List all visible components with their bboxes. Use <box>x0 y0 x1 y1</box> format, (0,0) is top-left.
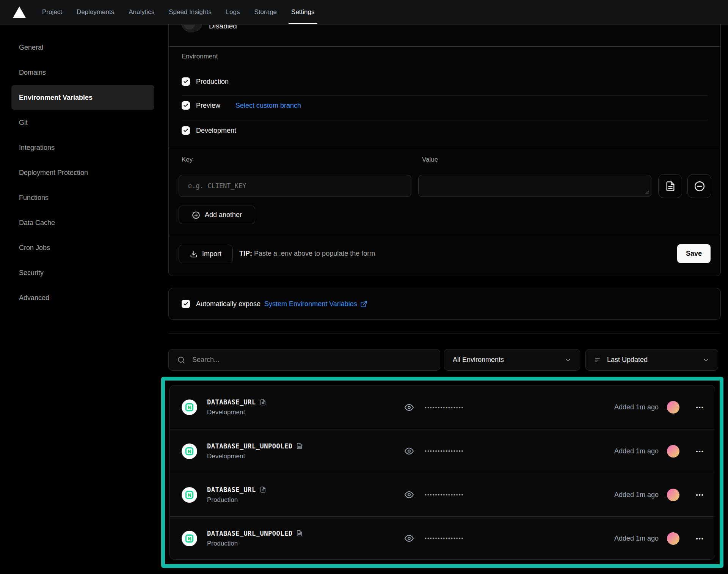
nav-tab-analytics[interactable]: Analytics <box>121 0 162 24</box>
tip-bold: TIP: <box>239 250 252 257</box>
paste-env-file-button[interactable] <box>658 174 682 198</box>
vercel-settings-page: Project Deployments Analytics Speed Insi… <box>0 0 728 574</box>
environment-filter-dropdown[interactable]: All Environments <box>444 349 580 371</box>
preview-checkbox[interactable] <box>182 101 190 110</box>
key-field-label: Key <box>182 156 193 164</box>
added-timestamp: Added 1m ago <box>614 491 659 499</box>
env-variable-row[interactable]: DATABASE_URL_UNPOOLED Development ••••••… <box>170 429 715 473</box>
external-link-icon <box>360 300 367 308</box>
value-input[interactable] <box>418 175 651 197</box>
nav-tab-storage[interactable]: Storage <box>247 0 284 24</box>
plus-circle-icon <box>192 211 200 219</box>
search-input[interactable] <box>192 356 431 364</box>
footer-divider <box>169 235 720 235</box>
sidebar-item-security[interactable]: Security <box>11 260 154 285</box>
env-environment: Production <box>207 540 303 547</box>
neon-logo-icon <box>185 403 194 412</box>
nav-tab-settings[interactable]: Settings <box>284 0 322 24</box>
masked-value: ••••••••••••••• <box>425 404 464 410</box>
env-variable-row[interactable]: DATABASE_URL Development •••••••••••••••… <box>170 385 715 429</box>
minus-circle-icon <box>694 181 705 192</box>
system-env-panel: Automatically expose System Environment … <box>168 288 721 320</box>
user-avatar[interactable] <box>667 445 679 458</box>
eye-icon[interactable] <box>403 403 415 412</box>
sort-dropdown[interactable]: Last Updated <box>585 349 718 371</box>
env-text-block: DATABASE_URL Development <box>207 398 266 416</box>
environment-option-production: Production <box>182 77 229 86</box>
env-key-name: DATABASE_URL <box>207 486 256 494</box>
file-text-icon <box>665 181 676 192</box>
sidebar-item-git[interactable]: Git <box>11 110 154 135</box>
section-divider <box>169 46 720 47</box>
download-icon <box>190 250 198 258</box>
settings-sidebar: General Domains Environment Variables Gi… <box>0 35 165 310</box>
note-icon[interactable] <box>296 443 303 449</box>
preview-label: Preview <box>196 102 220 110</box>
env-variable-row[interactable]: DATABASE_URL_UNPOOLED Production •••••••… <box>170 516 715 560</box>
sidebar-item-integrations[interactable]: Integrations <box>11 135 154 160</box>
nav-tabs: Project Deployments Analytics Speed Insi… <box>35 0 322 24</box>
added-timestamp: Added 1m ago <box>614 447 659 455</box>
env-key-name: DATABASE_URL <box>207 398 256 406</box>
sidebar-item-environment-variables[interactable]: Environment Variables <box>11 85 154 110</box>
auto-expose-checkbox[interactable] <box>182 300 190 308</box>
system-env-variables-link[interactable]: System Environment Variables <box>264 300 367 308</box>
eye-icon[interactable] <box>403 534 415 543</box>
vercel-logo-icon[interactable] <box>13 6 26 18</box>
sidebar-item-data-cache[interactable]: Data Cache <box>11 210 154 235</box>
remove-row-button[interactable] <box>687 174 711 198</box>
row-menu-button[interactable]: ••• <box>696 535 704 542</box>
sidebar-item-cron-jobs[interactable]: Cron Jobs <box>11 235 154 260</box>
sidebar-item-deployment-protection[interactable]: Deployment Protection <box>11 160 154 185</box>
environment-section-label: Environment <box>182 53 218 60</box>
eye-icon[interactable] <box>403 490 415 499</box>
env-key-name: DATABASE_URL_UNPOOLED <box>207 530 292 537</box>
row-menu-button[interactable]: ••• <box>696 492 704 498</box>
select-custom-branch-link[interactable]: Select custom branch <box>235 102 301 110</box>
note-icon[interactable] <box>296 530 303 536</box>
sidebar-item-domains[interactable]: Domains <box>11 60 154 85</box>
neon-integration-icon <box>182 487 197 503</box>
neon-integration-icon <box>182 531 197 546</box>
nav-tab-logs[interactable]: Logs <box>219 0 247 24</box>
row-menu-button[interactable]: ••• <box>696 404 704 410</box>
search-icon <box>177 356 185 364</box>
sort-value: Last Updated <box>607 356 697 364</box>
sidebar-item-advanced[interactable]: Advanced <box>11 285 154 310</box>
save-button[interactable]: Save <box>677 244 711 263</box>
neon-integration-icon <box>182 399 197 415</box>
user-avatar[interactable] <box>667 401 679 414</box>
row-menu-button[interactable]: ••• <box>696 448 704 454</box>
content-divider <box>168 333 721 333</box>
neon-logo-icon <box>185 447 194 456</box>
check-icon <box>183 79 188 84</box>
user-avatar[interactable] <box>667 532 679 545</box>
production-checkbox[interactable] <box>182 77 190 86</box>
env-text-block: DATABASE_URL_UNPOOLED Development <box>207 442 303 460</box>
development-checkbox[interactable] <box>182 126 190 135</box>
search-container <box>168 349 440 371</box>
import-button[interactable]: Import <box>179 245 233 263</box>
note-icon[interactable] <box>260 486 266 493</box>
nav-tab-project[interactable]: Project <box>35 0 69 24</box>
masked-value: ••••••••••••••• <box>425 492 464 498</box>
add-another-button[interactable]: Add another <box>179 206 255 224</box>
nav-tab-deployments[interactable]: Deployments <box>69 0 121 24</box>
sidebar-item-functions[interactable]: Functions <box>11 185 154 210</box>
added-timestamp: Added 1m ago <box>614 535 659 543</box>
neon-logo-icon <box>185 534 194 543</box>
masked-value: ••••••••••••••• <box>425 448 464 454</box>
env-environment: Development <box>207 409 266 416</box>
key-input[interactable] <box>179 175 411 197</box>
resize-handle-icon[interactable] <box>645 190 649 195</box>
user-avatar[interactable] <box>667 489 679 501</box>
note-icon[interactable] <box>260 399 266 406</box>
chevron-down-icon <box>703 357 709 363</box>
eye-icon[interactable] <box>403 447 415 456</box>
sidebar-item-general[interactable]: General <box>11 35 154 60</box>
nav-tab-speed-insights[interactable]: Speed Insights <box>162 0 218 24</box>
import-label: Import <box>202 250 221 258</box>
env-value-block: ••••••••••••••• <box>403 403 464 412</box>
env-variable-row[interactable]: DATABASE_URL Production ••••••••••••••• … <box>170 473 715 516</box>
env-key-name: DATABASE_URL_UNPOOLED <box>207 442 292 450</box>
